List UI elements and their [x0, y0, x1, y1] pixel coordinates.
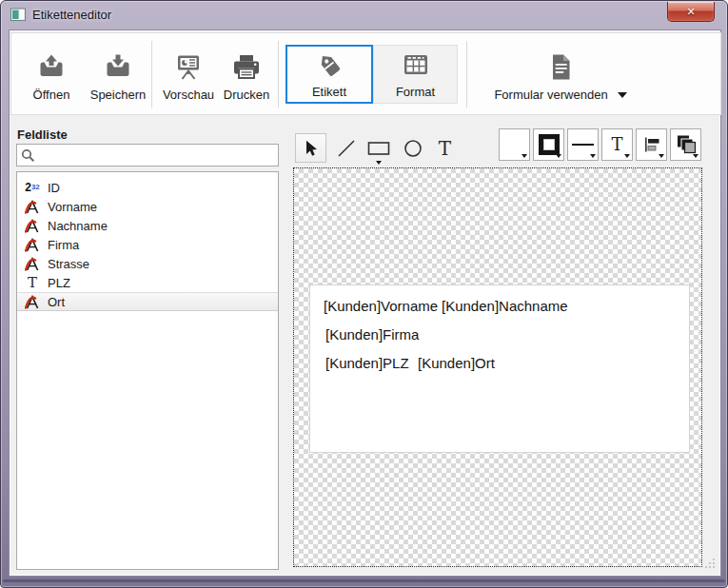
close-icon: ✕ [686, 7, 695, 17]
resize-grip[interactable] [704, 556, 716, 573]
field-list: 232 ID Vorname Nachname Firma [16, 171, 279, 570]
label-design-canvas[interactable]: [Kunden]Vorname [Kunden]Nachname [Kunden… [293, 167, 702, 567]
preview-button-label: Vorschau [163, 88, 214, 102]
field-row-nachname[interactable]: Nachname [17, 216, 278, 235]
string-icon [22, 257, 43, 271]
field-row-plz[interactable]: T PLZ [17, 273, 278, 292]
search-input[interactable] [39, 147, 278, 164]
format-tab-label: Format [396, 85, 435, 99]
line-tool-button[interactable] [330, 133, 362, 163]
placeholder-text-nachname[interactable]: [Kunden]Nachname [442, 298, 568, 315]
ribbon-separator [151, 41, 152, 108]
preview-icon [174, 51, 203, 82]
align-button[interactable] [636, 128, 667, 161]
label-sheet[interactable]: [Kunden]Vorname [Kunden]Nachname [Kunden… [309, 284, 690, 453]
text-icon: T [22, 276, 43, 290]
field-name: Ort [48, 295, 65, 309]
string-icon [22, 295, 43, 309]
arrange-button[interactable] [670, 128, 701, 161]
text-tool-icon: T [439, 139, 451, 158]
window-bottom-frame [3, 579, 725, 582]
window-content: Öffnen Speichern [9, 29, 721, 577]
line-width-button[interactable] [567, 128, 599, 161]
field-name: Nachname [48, 219, 108, 233]
print-icon [232, 51, 261, 82]
field-search-box [16, 144, 279, 167]
chevron-down-icon [659, 154, 664, 158]
format-tab-button[interactable]: Format [373, 45, 458, 104]
app-icon [10, 8, 26, 22]
document-icon [549, 51, 572, 82]
field-row-ort[interactable]: Ort [17, 292, 278, 311]
fill-color-icon [504, 134, 525, 155]
print-button[interactable]: Drucken [214, 41, 279, 109]
chevron-down-icon [556, 154, 561, 158]
string-icon [22, 238, 43, 252]
etikett-tab-label: Etikett [312, 85, 346, 99]
border-style-button[interactable] [533, 128, 564, 161]
window-title: Etiketteneditor [32, 8, 111, 22]
text-tool-button[interactable]: T [429, 133, 461, 163]
align-icon [642, 135, 661, 154]
tag-icon [315, 49, 344, 80]
line-icon [337, 139, 356, 158]
ribbon-separator [278, 41, 279, 108]
close-button[interactable]: ✕ [667, 2, 715, 22]
etikett-tab-button[interactable]: Etikett [285, 45, 373, 104]
placeholder-text-plz[interactable]: [Kunden]PLZ [325, 355, 409, 372]
save-button[interactable]: Speichern [84, 41, 152, 109]
field-name: Firma [48, 238, 79, 252]
preview-button[interactable]: Vorschau [154, 41, 223, 109]
arrange-icon [676, 134, 697, 155]
ellipse-icon [403, 139, 423, 158]
search-icon [21, 148, 35, 163]
chevron-down-icon [590, 154, 596, 158]
open-button[interactable]: Öffnen [17, 41, 86, 109]
ribbon-separator [466, 41, 467, 108]
save-icon [104, 51, 132, 82]
field-row-firma[interactable]: Firma [17, 235, 278, 254]
line-width-icon [572, 144, 594, 146]
rectangle-tool-button[interactable] [363, 133, 394, 163]
fill-color-button[interactable] [499, 128, 530, 161]
field-name: Vorname [48, 200, 97, 214]
chevron-down-icon [624, 154, 630, 158]
font-icon: T [611, 136, 622, 153]
placeholder-text-firma[interactable]: [Kunden]Firma [325, 326, 419, 343]
field-row-id[interactable]: 232 ID [17, 178, 278, 197]
font-button[interactable]: T [601, 128, 633, 161]
etiketteneditor-window: Etiketteneditor ✕ Öffnen [0, 0, 728, 588]
string-icon [22, 200, 43, 214]
string-icon [22, 219, 43, 233]
chevron-down-icon [618, 92, 627, 98]
save-button-label: Speichern [90, 88, 147, 102]
chevron-down-icon [693, 154, 698, 158]
int32-icon-base: 2 [25, 182, 31, 193]
ellipse-tool-button[interactable] [397, 133, 428, 163]
titlebar[interactable]: Etiketteneditor ✕ [1, 1, 727, 29]
ribbon-toolbar: Öffnen Speichern [10, 32, 721, 115]
print-button-label: Drucken [224, 88, 269, 102]
field-name: Strasse [48, 257, 89, 271]
field-name: ID [48, 181, 60, 195]
int32-icon: 232 [22, 182, 43, 193]
use-form-button[interactable]: Formular verwenden [480, 41, 641, 109]
chevron-down-icon [521, 154, 527, 158]
open-button-label: Öffnen [33, 88, 70, 102]
placeholder-text-ort[interactable]: [Kunden]Ort [418, 355, 495, 372]
use-form-label: Formular verwenden [494, 88, 607, 102]
field-row-vorname[interactable]: Vorname [17, 197, 278, 216]
border-style-icon [539, 134, 560, 155]
pointer-tool-button[interactable] [295, 133, 326, 163]
int32-icon-sup: 32 [31, 184, 40, 191]
field-row-strasse[interactable]: Strasse [17, 254, 278, 273]
open-icon [37, 51, 66, 82]
rectangle-icon [367, 141, 390, 156]
pointer-icon [304, 140, 318, 157]
placeholder-text-vorname[interactable]: [Kunden]Vorname [324, 298, 438, 315]
field-list-title: Feldliste [17, 127, 68, 142]
table-icon [403, 49, 429, 80]
field-name: PLZ [48, 276, 70, 290]
chevron-down-icon [376, 161, 382, 165]
